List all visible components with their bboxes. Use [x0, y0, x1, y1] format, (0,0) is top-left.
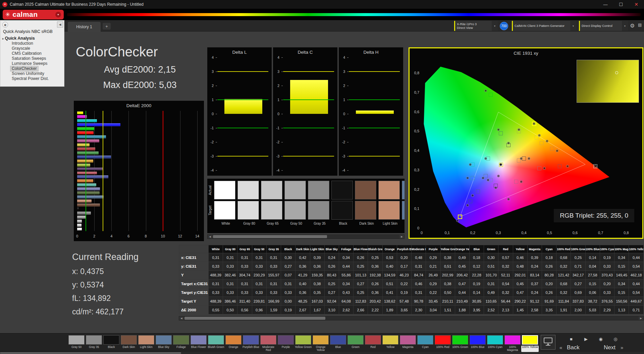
- patch-button[interactable]: Gray 35: [85, 335, 103, 352]
- patch-button[interactable]: Yellow Green: [294, 335, 312, 352]
- app-icon: ✳: [2, 2, 7, 7]
- preview-button[interactable]: ◎: [610, 335, 621, 343]
- patch-button[interactable]: Blue: [329, 335, 347, 352]
- patch-button[interactable]: Blue Flower: [190, 335, 207, 352]
- tree-root-quick-analysis[interactable]: ▸Quick Analysis: [2, 36, 63, 41]
- snapshot-button[interactable]: ◉: [595, 335, 606, 343]
- patch-button[interactable]: 100% Blue: [469, 335, 486, 352]
- meter-status-badge: 700: [500, 22, 508, 30]
- scrollbar-thumb[interactable]: [213, 235, 327, 238]
- patch-swatch: [86, 335, 102, 345]
- patch-button[interactable]: Foliage: [172, 335, 190, 352]
- sidebar-collapse-button[interactable]: ◀: [57, 21, 63, 28]
- table-col-header: 100% Green: [571, 245, 585, 253]
- pattern-generator-dropdown[interactable]: CalMAN Client 3 Pattern Generator ▼: [512, 21, 576, 31]
- table-cell: 0,04: [585, 262, 600, 271]
- pattern-window-button[interactable]: [541, 335, 555, 350]
- play-button[interactable]: ▶: [580, 335, 592, 343]
- patch-button[interactable]: Purplish Blue: [242, 335, 260, 352]
- workflow-options-button[interactable]: ◉: [2, 22, 8, 28]
- add-tab-button[interactable]: +: [103, 23, 111, 30]
- patch-button[interactable]: Orange: [225, 335, 242, 352]
- maximize-button[interactable]: ☐: [613, 0, 629, 9]
- axis-tick-label: 0,5: [410, 129, 419, 133]
- table-cell: 167,03: [310, 297, 324, 306]
- bottom-scrollbar[interactable]: [0, 352, 644, 354]
- deltae-bar: [77, 216, 86, 219]
- back-chevron-icon[interactable]: «: [559, 345, 562, 350]
- scroll-right-icon[interactable]: ▶: [399, 235, 404, 238]
- sidebar-item-luminance-sweeps[interactable]: Luminance Sweeps: [10, 61, 49, 66]
- chevron-down-icon[interactable]: ▼: [492, 21, 498, 31]
- patch-button[interactable]: Light Skin: [138, 335, 155, 352]
- scroll-left-icon[interactable]: ◀: [179, 316, 184, 320]
- patch-button[interactable]: Magenta: [399, 335, 417, 352]
- scrollbar-thumb[interactable]: [0, 352, 181, 354]
- patch-swatch: [522, 335, 538, 345]
- table-cell: 2,29: [600, 306, 614, 314]
- close-button[interactable]: ✕: [629, 0, 644, 9]
- table-cell: 0,20: [542, 279, 556, 288]
- patch-button[interactable]: Green: [347, 335, 364, 352]
- sidebar-item-cms-calibration[interactable]: CMS Calibration: [10, 51, 43, 56]
- sidebar-item-colorchecker[interactable]: ColorChecker: [10, 66, 38, 71]
- patch-button[interactable]: 100% Red: [434, 335, 451, 352]
- sidebar-item-introduction[interactable]: Introduction: [10, 41, 35, 46]
- meter-dropdown[interactable]: X-Rite i1Pro 3 Direct View ▼: [454, 21, 498, 31]
- gear-icon[interactable]: ⚙: [630, 23, 635, 29]
- actual-swatch: [237, 181, 259, 200]
- sidebar-item-screen-uniformity[interactable]: Screen Uniformity: [10, 71, 46, 76]
- scrollbar-thumb[interactable]: [184, 317, 325, 320]
- scroll-left-icon[interactable]: ◀: [208, 235, 212, 238]
- next-chevron-icon[interactable]: »: [621, 345, 623, 350]
- patch-button[interactable]: Orange Yellow: [312, 335, 329, 352]
- panel-layout-icon[interactable]: ▤: [638, 23, 642, 27]
- patch-button[interactable]: Cyan: [417, 335, 434, 352]
- table-cell: 0,46: [513, 253, 527, 262]
- tab-history-1[interactable]: History 1: [68, 22, 101, 32]
- calman-logo-button[interactable]: ✳ calman ▼: [3, 10, 64, 19]
- sidebar-item-saturation-sweeps[interactable]: Saturation Sweeps: [10, 56, 47, 61]
- table-scrollbar[interactable]: ◀ ▶: [179, 316, 644, 320]
- next-button[interactable]: Next: [604, 344, 615, 351]
- back-button[interactable]: Back: [567, 344, 580, 351]
- ref-line-red: [163, 111, 163, 231]
- patch-button[interactable]: 100% Cyan: [486, 335, 504, 352]
- table-cell: 52,11: [498, 271, 513, 279]
- patch-button[interactable]: 100% Green: [451, 335, 469, 352]
- sidebar-item-grayscale[interactable]: Grayscale: [10, 46, 32, 51]
- patch-button[interactable]: Moderate Red: [260, 335, 277, 352]
- stop-button[interactable]: ■: [566, 335, 577, 343]
- minimize-button[interactable]: —: [598, 0, 613, 9]
- patch-button[interactable]: Yellow: [382, 335, 399, 352]
- chevron-down-icon[interactable]: ▼: [622, 21, 628, 31]
- patch-button[interactable]: 100% Magenta: [504, 335, 521, 352]
- patch-button[interactable]: Blue Sky: [155, 335, 172, 352]
- tree-expander-icon[interactable]: ▸: [2, 37, 4, 40]
- swatch-grid-scrollbar[interactable]: ◀ ▶: [207, 234, 405, 239]
- table-cell: 239,81: [252, 297, 266, 306]
- swatch-column-label: Black: [331, 222, 355, 228]
- pattern-generator-label: CalMAN Client 3 Pattern Generator: [513, 24, 570, 28]
- patch-button[interactable]: Purple: [277, 335, 294, 352]
- patch-button[interactable]: 100% Yellow: [521, 335, 539, 352]
- table-cell: 1,88: [455, 306, 469, 314]
- scroll-right-icon[interactable]: ▶: [639, 316, 643, 320]
- patch-swatch: [295, 335, 311, 345]
- pattern-window-preview[interactable]: [577, 60, 639, 103]
- axis-tick-label: 0,4: [410, 148, 419, 152]
- patch-button[interactable]: Gray 50: [68, 335, 85, 352]
- logo-menu-caret-icon[interactable]: ▼: [55, 12, 61, 17]
- display-control-dropdown[interactable]: Direct Display Control ▼: [579, 21, 628, 31]
- patch-swatch: [400, 335, 416, 345]
- patch-button[interactable]: Dark Skin: [120, 335, 138, 352]
- deltae-bar: [77, 220, 82, 223]
- chevron-down-icon[interactable]: ▼: [570, 21, 576, 31]
- sidebar-item-spectral-power-dist-[interactable]: Spectral Power Dist.: [10, 76, 50, 81]
- table-cell: 1,45: [513, 306, 527, 314]
- cie-target-point: [489, 93, 493, 97]
- table-cell: 5,03: [585, 306, 600, 314]
- patch-button[interactable]: Black: [103, 335, 120, 352]
- patch-button[interactable]: Red: [364, 335, 382, 352]
- patch-button[interactable]: Bluish Green: [207, 335, 225, 352]
